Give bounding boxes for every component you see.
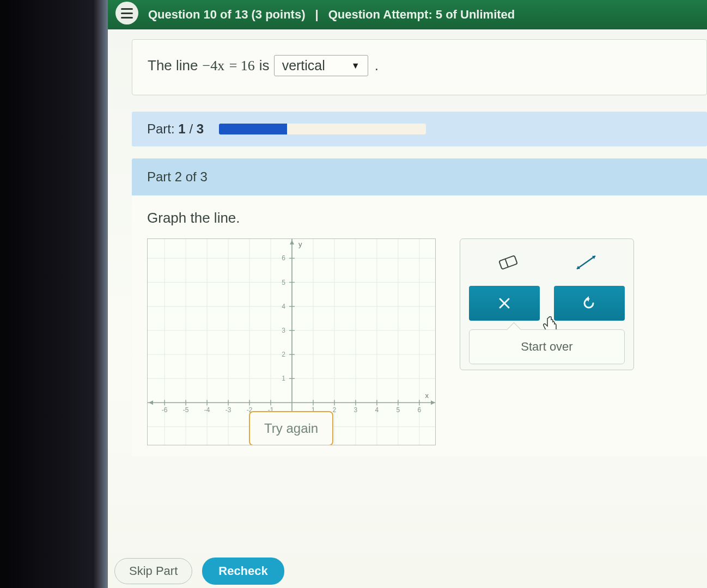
part1-text-mid: is	[259, 57, 270, 74]
svg-text:6: 6	[282, 254, 285, 262]
part2-header: Part 2 of 3	[132, 158, 707, 195]
photo-background-left	[0, 0, 93, 588]
dropdown-value: vertical	[282, 58, 325, 74]
equation: −4x = 16	[203, 58, 255, 74]
orientation-dropdown[interactable]: vertical ▼	[274, 55, 368, 76]
app-content: Question 10 of 13 (3 points) | Question …	[108, 0, 707, 588]
instruction-text: Graph the line.	[147, 210, 692, 226]
screen-bezel	[93, 0, 108, 588]
tool-tooltip: Start over	[469, 329, 625, 364]
skip-part-button[interactable]: Skip Part	[114, 558, 192, 584]
reset-button[interactable]	[554, 286, 625, 321]
svg-text:4: 4	[282, 303, 285, 310]
top-bar: Question 10 of 13 (3 points) | Question …	[108, 0, 707, 29]
question-counter: Question 10 of 13 (3 points)	[148, 8, 305, 22]
svg-text:6: 6	[417, 406, 421, 414]
svg-text:1: 1	[282, 375, 285, 382]
feedback-bubble: Try again	[249, 411, 333, 445]
svg-text:3: 3	[282, 327, 285, 334]
svg-line-68	[577, 256, 595, 269]
attempt-counter: Question Attempt: 5 of Unlimited	[328, 8, 515, 22]
footer-buttons: Skip Part Recheck	[114, 558, 284, 585]
svg-text:5: 5	[282, 279, 285, 286]
x-icon	[497, 296, 512, 311]
eraser-icon[interactable]	[489, 248, 527, 277]
separator: |	[315, 8, 318, 22]
progress-fill	[219, 124, 287, 134]
svg-text:-6: -6	[162, 406, 168, 414]
svg-text:4: 4	[375, 406, 379, 414]
chevron-down-icon: ▼	[351, 61, 360, 71]
progress-track	[219, 124, 426, 134]
clear-button[interactable]	[469, 286, 540, 321]
svg-text:5: 5	[397, 406, 400, 414]
svg-text:-3: -3	[225, 406, 231, 414]
graph-canvas[interactable]: -6-5-4-3-2-1123456-1123456yx Try again	[147, 238, 436, 445]
svg-rect-66	[499, 255, 517, 269]
try-again-text: Try again	[264, 421, 318, 436]
tool-panel: Start over	[460, 238, 634, 370]
part1-answer-card: The line −4x = 16 is vertical ▼ .	[132, 39, 707, 95]
part-progress-bar: Part: 1 / 3	[132, 112, 707, 146]
svg-text:x: x	[425, 391, 429, 400]
svg-marker-25	[290, 240, 294, 244]
svg-marker-24	[149, 400, 153, 405]
svg-text:-4: -4	[204, 406, 210, 414]
period: .	[375, 57, 379, 74]
part1-text-prefix: The line	[148, 57, 198, 74]
part2-body: Graph the line. -6-5-4-3-2-1123456-11234…	[132, 195, 707, 456]
svg-text:2: 2	[282, 351, 285, 358]
menu-icon[interactable]	[115, 2, 138, 24]
svg-marker-23	[431, 400, 435, 405]
svg-line-67	[505, 259, 508, 267]
svg-text:y: y	[298, 240, 302, 248]
svg-text:3: 3	[354, 406, 358, 414]
line-tool-icon[interactable]	[567, 248, 605, 277]
svg-text:-5: -5	[183, 406, 189, 414]
recheck-button[interactable]: Recheck	[202, 558, 284, 585]
undo-icon	[581, 295, 598, 311]
